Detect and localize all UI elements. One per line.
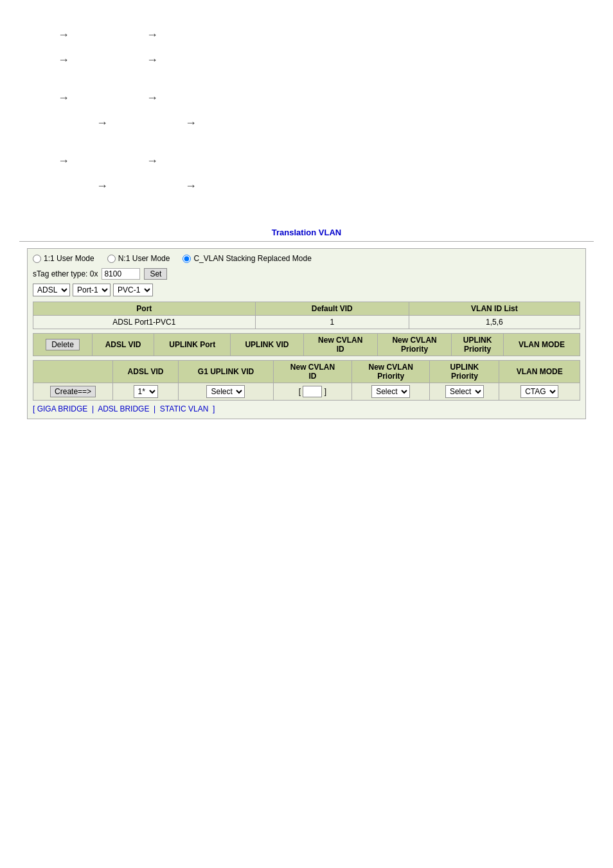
arrow-5-1: →: [58, 154, 69, 168]
col-uplink-priority: UPLINKPriority: [452, 334, 504, 356]
mode-3-text: C_VLAN Stacking Replaced Mode: [193, 254, 311, 263]
adsl-vid-cell: 1*: [113, 383, 179, 401]
stag-label: sTag ether type: 0x: [33, 269, 98, 278]
upper-table-row-1: ADSL Port1-PVC1 1 1,5,6: [33, 316, 580, 329]
adsl-select[interactable]: ADSL: [33, 284, 70, 296]
uplink-priority-select[interactable]: Select: [445, 385, 484, 398]
col-vlan-mode: VLAN MODE: [503, 334, 580, 356]
arrow-6-1: →: [96, 179, 108, 193]
port-select[interactable]: Port-1: [73, 284, 111, 296]
diagram-section-2: → → → →: [19, 89, 594, 132]
page-wrapper: → → → → → → → → → → →: [0, 0, 613, 432]
diagram-row-4: → →: [58, 114, 594, 132]
arrow-1-2: →: [147, 28, 158, 42]
bracket-close: ]: [324, 387, 326, 396]
mode-1-label[interactable]: 1:1 User Mode: [33, 254, 94, 263]
bottom-table-header-row: ADSL VID G1 UPLINK VID New CVLANID New C…: [33, 361, 580, 383]
static-vlan-link[interactable]: STATIC VLAN: [160, 404, 209, 413]
col-uplink-vid: UPLINK VID: [231, 334, 303, 356]
bottom-col-adsl-vid: ADSL VID: [113, 361, 179, 383]
create-button[interactable]: Create==>: [50, 386, 96, 397]
mode-2-text: N:1 User Mode: [118, 254, 170, 263]
arrow-3-2: →: [147, 91, 158, 105]
cell-default-vid-1: 1: [255, 316, 409, 329]
diagram-row-3: → →: [19, 89, 594, 107]
diagrams-area: → → → → → → → → → → →: [19, 13, 594, 228]
col-vlan-id-list: VLAN ID List: [409, 302, 580, 316]
vlan-mode-cell: CTAG: [499, 383, 580, 401]
col-new-cvlan-id: New CVLANID: [303, 334, 377, 356]
col-uplink-port: UPLINK Port: [154, 334, 231, 356]
diagram-row-5: → →: [19, 152, 594, 170]
section-divider: [19, 241, 594, 242]
middle-table: Delete ADSL VID UPLINK Port UPLINK VID N…: [33, 333, 580, 356]
delete-button[interactable]: Delete: [46, 339, 80, 350]
diagram-section-1: → → → →: [19, 26, 594, 69]
mode-3-label[interactable]: C_VLAN Stacking Replaced Mode: [182, 254, 311, 263]
cell-port-1: ADSL Port1-PVC1: [33, 316, 256, 329]
arrow-4-2: →: [185, 116, 197, 130]
mode-1-text: 1:1 User Mode: [44, 254, 94, 263]
arrow-3-1: →: [58, 91, 69, 105]
stag-row: sTag ether type: 0x Set: [33, 268, 580, 280]
arrow-4-1: →: [96, 116, 108, 130]
bottom-col-new-cvlan-id: New CVLANID: [274, 361, 352, 383]
arrow-1-1: →: [58, 28, 69, 42]
col-new-cvlan-priority: New CVLANPriority: [377, 334, 451, 356]
col-default-vid: Default VID: [255, 302, 409, 316]
create-btn-cell: Create==>: [33, 383, 113, 401]
adsl-vid-select[interactable]: 1*: [134, 385, 158, 398]
footer-links: [ GIGA BRIDGE | ADSL BRIDGE | STATIC VLA…: [33, 404, 580, 413]
bottom-col-g1-uplink-vid: G1 UPLINK VID: [178, 361, 273, 383]
diagram-row-1: → →: [19, 26, 594, 44]
diagram-section-3: → → → →: [19, 152, 594, 195]
mode-2-label[interactable]: N:1 User Mode: [107, 254, 170, 263]
bracket-open: [: [299, 387, 301, 396]
diagram-row-2: → →: [19, 51, 594, 69]
diagram-row-6: → →: [58, 177, 594, 195]
mode-2-radio[interactable]: [107, 255, 116, 263]
arrow-5-2: →: [147, 154, 158, 168]
arrow-6-2: →: [185, 179, 197, 193]
middle-table-header-row: Delete ADSL VID UPLINK Port UPLINK VID N…: [33, 334, 580, 356]
bottom-table: ADSL VID G1 UPLINK VID New CVLANID New C…: [33, 360, 580, 401]
adsl-bridge-link[interactable]: ADSL BRIDGE: [98, 404, 149, 413]
new-cvlan-priority-select[interactable]: Select: [371, 385, 410, 398]
arrow-2-1: →: [58, 53, 69, 67]
arrow-2-2: →: [147, 53, 158, 67]
mode-3-radio[interactable]: [182, 255, 191, 263]
col-adsl-vid: ADSL VID: [92, 334, 154, 356]
g1-uplink-vid-select[interactable]: Select: [206, 385, 245, 398]
stag-input[interactable]: [102, 268, 140, 280]
bottom-col-vlan-mode: VLAN MODE: [499, 361, 580, 383]
port-row: ADSL Port-1 PVC-1: [33, 284, 580, 296]
new-cvlan-id-cell: [ ]: [274, 383, 352, 401]
upper-table: Port Default VID VLAN ID List ADSL Port1…: [33, 302, 580, 329]
new-cvlan-id-input[interactable]: [303, 386, 322, 397]
mode-1-radio[interactable]: [33, 255, 41, 263]
vlan-mode-select[interactable]: CTAG: [520, 385, 558, 398]
set-button[interactable]: Set: [144, 268, 167, 280]
mode-row: 1:1 User Mode N:1 User Mode C_VLAN Stack…: [33, 254, 580, 263]
col-port: Port: [33, 302, 256, 316]
bottom-col-new-cvlan-priority: New CVLANPriority: [351, 361, 430, 383]
section-title: Translation VLAN: [272, 228, 341, 240]
uplink-priority-cell: Select: [430, 383, 499, 401]
vlan-panel: 1:1 User Mode N:1 User Mode C_VLAN Stack…: [27, 248, 586, 419]
bottom-col-uplink-priority: UPLINKPriority: [430, 361, 499, 383]
create-row: Create==> 1* Select [: [33, 383, 580, 401]
bottom-col-empty: [33, 361, 113, 383]
col-delete: Delete: [33, 334, 93, 356]
pvc-select[interactable]: PVC-1: [113, 284, 153, 296]
new-cvlan-priority-cell: Select: [351, 383, 430, 401]
cell-vlan-id-list-1: 1,5,6: [409, 316, 580, 329]
upper-table-header-row: Port Default VID VLAN ID List: [33, 302, 580, 316]
g1-uplink-vid-cell: Select: [178, 383, 273, 401]
giga-bridge-link[interactable]: GIGA BRIDGE: [37, 404, 88, 413]
